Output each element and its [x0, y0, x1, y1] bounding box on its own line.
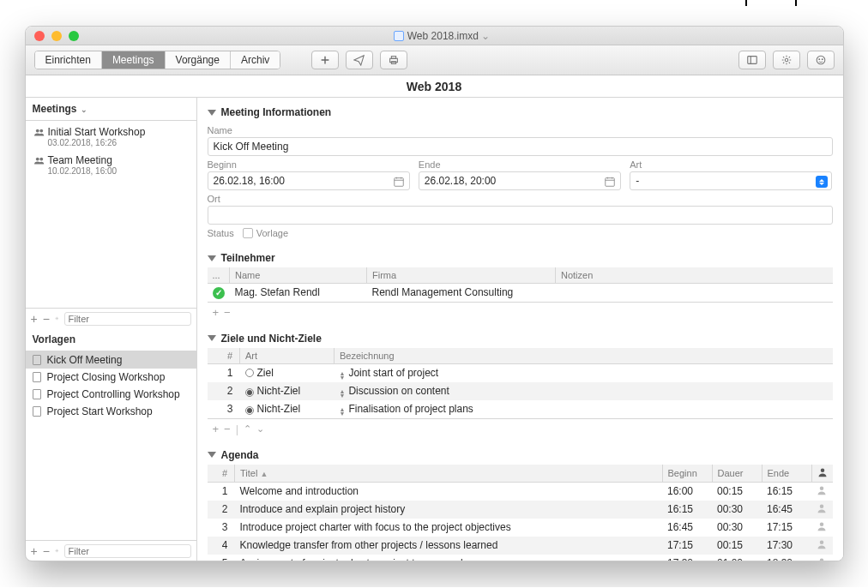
template-item[interactable]: Project Closing Workshop — [26, 369, 196, 386]
goals-table: # Art Bezeichnung 1Ziel▲▼Joint start of … — [208, 348, 833, 418]
segment-archiv[interactable]: Archiv — [231, 51, 280, 69]
end-field[interactable]: 26.02.18, 20:00 — [419, 171, 621, 190]
table-row[interactable]: Mag. Stefan RendlRendl Management Consul… — [208, 284, 833, 302]
add-goal-button[interactable]: + — [213, 423, 220, 435]
segment-vorgänge[interactable]: Vorgänge — [166, 51, 231, 69]
sidebar-icon — [746, 54, 758, 66]
table-row[interactable]: 2Introduce and explain project history16… — [208, 501, 833, 519]
meeting-item[interactable]: Team Meeting10.02.2018, 16:00 — [26, 151, 196, 179]
emoji-button[interactable] — [807, 51, 835, 69]
segment-meetings[interactable]: Meetings — [102, 51, 166, 69]
remove-template-button[interactable]: − — [43, 545, 50, 557]
settings-button[interactable] — [773, 51, 800, 69]
templates-section-header[interactable]: Vorlagen — [26, 328, 196, 351]
table-row[interactable]: 4Knowledge transfer from other projects … — [208, 537, 833, 555]
col-begin[interactable]: Beginn — [662, 465, 712, 483]
col-dauer[interactable]: Dauer — [712, 465, 762, 483]
move-up-button[interactable]: ⌃ — [244, 423, 251, 435]
col-art[interactable]: Art — [240, 348, 335, 364]
col-name[interactable]: Name — [230, 267, 367, 284]
meeting-info-title: Meeting Informationen — [221, 106, 332, 118]
col-presenter[interactable] — [811, 465, 833, 483]
table-row[interactable]: 5Assignment of project roles to project … — [208, 555, 833, 561]
svg-rect-15 — [606, 178, 615, 187]
add-meeting-button[interactable]: + — [31, 313, 38, 325]
close-window-button[interactable] — [34, 31, 45, 41]
person-icon — [817, 467, 828, 477]
table-row[interactable]: 2Nicht-Ziel▲▼Discussion on content — [208, 382, 833, 400]
document-icon — [33, 372, 41, 382]
add-template-button[interactable]: + — [31, 545, 38, 557]
participants-footer: + − — [208, 302, 833, 322]
document-icon — [394, 31, 404, 41]
table-row[interactable]: 1Ziel▲▼Joint start of project — [208, 363, 833, 382]
svg-point-17 — [820, 486, 824, 490]
art-select[interactable]: - — [630, 171, 832, 190]
content-area: Meeting Informationen Name Kick Off Meet… — [197, 98, 843, 561]
svg-point-10 — [35, 158, 39, 161]
svg-point-21 — [820, 558, 824, 561]
disclosure-triangle-icon[interactable] — [208, 335, 216, 341]
add-participant-button[interactable]: + — [213, 306, 220, 319]
table-row[interactable]: 3Introduce project charter with focus to… — [208, 519, 833, 537]
document-icon — [33, 406, 41, 417]
sidebar-toggle-button[interactable] — [738, 51, 766, 69]
window-title: Web 2018.imxd ⌄ — [50, 30, 835, 42]
print-button[interactable] — [380, 51, 407, 69]
segment-einrichten[interactable]: Einrichten — [35, 51, 102, 69]
people-icon — [34, 156, 45, 165]
goal-type-icon — [245, 369, 254, 377]
disclosure-triangle-icon[interactable] — [208, 452, 216, 458]
disclosure-triangle-icon[interactable] — [208, 255, 216, 261]
remove-meeting-button[interactable]: − — [43, 313, 50, 325]
col-ende[interactable]: Ende — [762, 465, 811, 483]
participants-panel: Teilnehmer ... Name Firma Notizen Mag. S… — [197, 243, 843, 324]
table-row[interactable]: 3Nicht-Ziel▲▼Finalisation of project pla… — [208, 400, 833, 418]
templates-options-button[interactable] — [55, 545, 59, 556]
participants-table: ... Name Firma Notizen Mag. Stefan Rendl… — [208, 267, 833, 302]
svg-point-13 — [57, 550, 57, 551]
titlebar: Web 2018.imxd ⌄ — [26, 27, 843, 45]
view-segmented-control[interactable]: EinrichtenMeetingsVorgängeArchiv — [34, 51, 281, 69]
gear-icon — [781, 54, 793, 66]
col-firm[interactable]: Firma — [367, 267, 556, 284]
add-button[interactable] — [311, 51, 339, 69]
col-title[interactable]: Titel▲ — [235, 465, 663, 483]
plus-icon — [319, 54, 331, 66]
remove-participant-button[interactable]: − — [224, 306, 231, 319]
app-window: Web 2018.imxd ⌄ EinrichtenMeetingsVorgän… — [25, 26, 844, 561]
meetings-footer: + − — [26, 308, 196, 328]
send-button[interactable] — [346, 51, 373, 69]
meetings-options-button[interactable] — [55, 313, 59, 324]
col-num[interactable]: # — [208, 465, 235, 483]
templates-filter-input[interactable] — [64, 544, 191, 558]
begin-field[interactable]: 26.02.18, 16:00 — [208, 171, 410, 190]
template-item[interactable]: Project Start Workshop — [26, 403, 196, 420]
agenda-table: # Titel▲ Beginn Dauer Ende 1Welcome and … — [208, 465, 833, 561]
smiley-icon — [815, 54, 827, 66]
calendar-icon — [604, 176, 616, 188]
template-item[interactable]: Project Controlling Workshop — [26, 386, 196, 403]
remove-goal-button[interactable]: − — [224, 423, 231, 435]
col-bez[interactable]: Bezeichnung — [335, 348, 833, 364]
col-status[interactable]: ... — [208, 267, 230, 284]
template-checkbox[interactable] — [243, 228, 253, 238]
left-sidebar: Meetings ⌄ Initial Start Workshop03.02.2… — [26, 98, 197, 561]
printer-icon — [388, 54, 400, 66]
move-down-button[interactable]: ⌄ — [256, 423, 264, 435]
goal-type-icon — [245, 388, 254, 397]
disclosure-triangle-icon[interactable] — [208, 110, 216, 116]
meetings-section-header[interactable]: Meetings ⌄ — [26, 98, 196, 121]
status-label: Status — [208, 228, 234, 238]
meeting-item[interactable]: Initial Start Workshop03.02.2018, 16:26 — [26, 123, 196, 151]
svg-point-7 — [822, 59, 823, 60]
meetings-filter-input[interactable] — [64, 312, 191, 326]
svg-point-4 — [785, 58, 788, 62]
col-notes[interactable]: Notizen — [556, 267, 833, 284]
table-row[interactable]: 1Welcome and introduction16:0000:1516:15 — [208, 482, 833, 501]
col-num[interactable]: # — [208, 348, 240, 364]
name-field[interactable]: Kick Off Meeting — [208, 137, 833, 156]
svg-point-5 — [817, 56, 825, 64]
template-item[interactable]: Kick Off Meeting — [26, 351, 196, 369]
place-field[interactable] — [208, 206, 833, 225]
